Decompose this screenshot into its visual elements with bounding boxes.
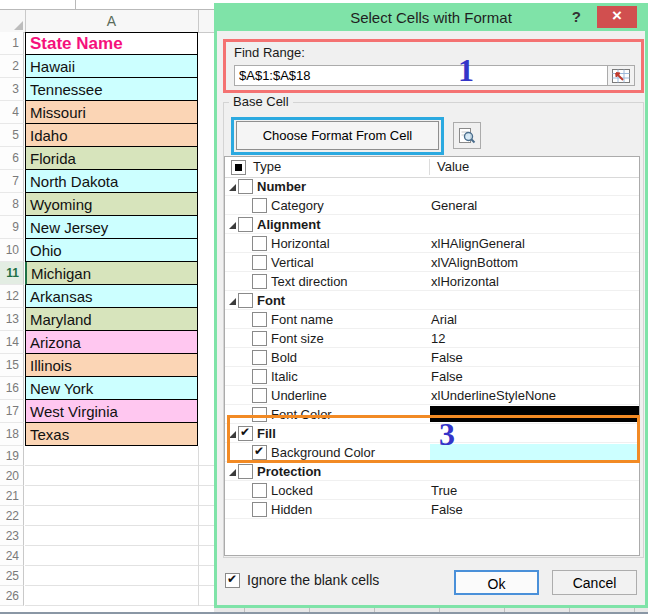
range-picker-button[interactable] [607, 65, 635, 86]
row-number-16[interactable]: 16 [0, 377, 24, 400]
tree-row-hidden[interactable]: HiddenFalse [225, 500, 639, 519]
row-number-17[interactable]: 17 [0, 400, 24, 423]
cell-a17[interactable]: West Virginia [25, 400, 198, 423]
row-number-4[interactable]: 4 [0, 101, 24, 124]
ignore-blank-cells-checkbox-checked[interactable] [225, 573, 240, 588]
row-number-5[interactable]: 5 [0, 124, 24, 147]
empty-cell[interactable] [25, 546, 216, 566]
find-range-input[interactable] [234, 65, 608, 86]
cancel-button[interactable]: Cancel [552, 570, 637, 595]
row-number-9[interactable]: 9 [0, 216, 24, 239]
category-checkbox[interactable] [252, 198, 267, 213]
expand-icon[interactable] [229, 469, 236, 476]
row-number-14[interactable]: 14 [0, 331, 24, 354]
tree-row-font[interactable]: Font [225, 291, 639, 310]
tree-row-vertical[interactable]: VerticalxlVAlignBottom [225, 253, 639, 272]
row-number-1[interactable]: 1 [0, 32, 24, 55]
row-number-26[interactable]: 26 [0, 586, 24, 606]
bold-checkbox[interactable] [252, 350, 267, 365]
empty-cell[interactable] [25, 586, 216, 606]
row-number-13[interactable]: 13 [0, 308, 24, 331]
tree-row-text-direction[interactable]: Text directionxlHorizontal [225, 272, 639, 291]
cell-a15[interactable]: Illinois [25, 354, 198, 377]
cell-a16[interactable]: New York [25, 377, 198, 400]
empty-cell[interactable] [25, 486, 216, 506]
cell-a5[interactable]: Idaho [25, 124, 198, 147]
cell-a8[interactable]: Wyoming [25, 193, 198, 216]
row-number-12[interactable]: 12 [0, 285, 24, 308]
tree-row-locked[interactable]: LockedTrue [225, 481, 639, 500]
protection-checkbox[interactable] [238, 464, 253, 479]
empty-cell[interactable] [25, 566, 216, 586]
cell-a12[interactable]: Arkansas [25, 285, 198, 308]
row-number-23[interactable]: 23 [0, 526, 24, 546]
row-number-3[interactable]: 3 [0, 78, 24, 101]
italic-checkbox[interactable] [252, 369, 267, 384]
tree-row-category[interactable]: CategoryGeneral [225, 196, 639, 215]
row-number-18[interactable]: 18 [0, 423, 24, 446]
close-button[interactable]: × [597, 6, 637, 28]
row-number-10[interactable]: 10 [0, 239, 24, 262]
help-icon[interactable]: ? [572, 8, 581, 25]
cell-a7[interactable]: North Dakota [25, 170, 198, 193]
cell-a13[interactable]: Maryland [25, 308, 198, 331]
row-number-15[interactable]: 15 [0, 354, 24, 377]
cell-a10[interactable]: Ohio [25, 239, 198, 262]
tree-row-protection[interactable]: Protection [225, 462, 639, 481]
select-all-types-checkbox[interactable] [231, 160, 246, 175]
cell-a18[interactable]: Texas [25, 423, 198, 446]
ok-button[interactable]: Ok [454, 570, 539, 595]
cell-a2[interactable]: Hawaii [25, 55, 198, 78]
cell-a4[interactable]: Missouri [25, 101, 198, 124]
dialog-titlebar[interactable]: Select Cells with Format ? × [217, 6, 645, 31]
hidden-checkbox[interactable] [252, 502, 267, 517]
font-size-checkbox[interactable] [252, 331, 267, 346]
row-number-6[interactable]: 6 [0, 147, 24, 170]
vertical-checkbox[interactable] [252, 255, 267, 270]
underline-checkbox[interactable] [252, 388, 267, 403]
tree-row-horizontal[interactable]: HorizontalxlHAlignGeneral [225, 234, 639, 253]
row-number-7[interactable]: 7 [0, 170, 24, 193]
cell-a9[interactable]: New Jersey [25, 216, 198, 239]
expand-icon[interactable] [229, 184, 236, 191]
row-number-2[interactable]: 2 [0, 55, 24, 78]
alignment-checkbox[interactable] [238, 217, 253, 232]
format-tree-list[interactable]: Type Value Number CategoryGeneral Alignm… [224, 156, 640, 556]
empty-cell[interactable] [25, 446, 216, 466]
row-number-25[interactable]: 25 [0, 566, 24, 586]
number-checkbox[interactable] [238, 179, 253, 194]
cell-a11-active[interactable]: Michigan [25, 262, 198, 285]
choose-format-from-cell-button[interactable]: Choose Format From Cell [236, 121, 439, 150]
empty-cell[interactable] [25, 466, 216, 486]
font-checkbox[interactable] [238, 293, 253, 308]
font-name-checkbox[interactable] [252, 312, 267, 327]
tree-row-alignment[interactable]: Alignment [225, 215, 639, 234]
tree-row-font-size[interactable]: Font size12 [225, 329, 639, 348]
row-number-21[interactable]: 21 [0, 486, 24, 506]
tree-row-font-name[interactable]: Font nameArial [225, 310, 639, 329]
empty-cell[interactable] [25, 506, 216, 526]
cell-a3[interactable]: Tennessee [25, 78, 198, 101]
locked-checkbox[interactable] [252, 483, 267, 498]
column-header-a[interactable]: A [25, 10, 199, 32]
tree-row-number[interactable]: Number [225, 177, 639, 196]
tree-row-italic[interactable]: ItalicFalse [225, 367, 639, 386]
expand-icon[interactable] [229, 298, 236, 305]
row-number-11-active[interactable]: 11 [0, 262, 24, 285]
row-number-24[interactable]: 24 [0, 546, 24, 566]
text-direction-checkbox[interactable] [252, 274, 267, 289]
expand-icon[interactable] [229, 222, 236, 229]
empty-cell[interactable] [25, 526, 216, 546]
row-number-20[interactable]: 20 [0, 466, 24, 486]
tree-row-bold[interactable]: BoldFalse [225, 348, 639, 367]
row-number-8[interactable]: 8 [0, 193, 24, 216]
preview-format-button[interactable] [453, 122, 481, 149]
cell-a14[interactable]: Arizona [25, 331, 198, 354]
row-number-19[interactable]: 19 [0, 446, 24, 466]
cell-a1[interactable]: State Name [25, 32, 198, 55]
select-all-corner[interactable] [0, 10, 26, 32]
cell-a6[interactable]: Florida [25, 147, 198, 170]
tree-row-underline[interactable]: UnderlinexlUnderlineStyleNone [225, 386, 639, 405]
row-number-22[interactable]: 22 [0, 506, 24, 526]
horizontal-checkbox[interactable] [252, 236, 267, 251]
